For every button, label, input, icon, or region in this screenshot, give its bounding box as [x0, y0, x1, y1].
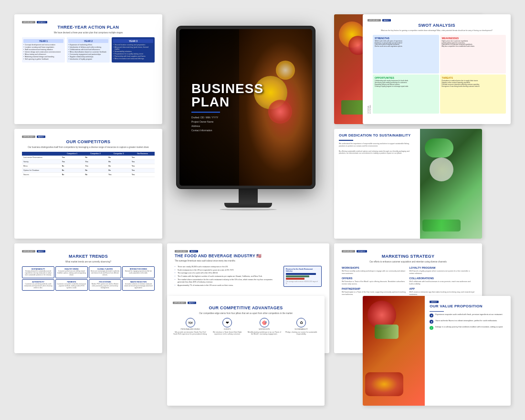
adv-label-workshops: WORKSHOPS: [259, 328, 270, 330]
industry-subtitle: The average American eats sushi about on…: [175, 260, 322, 262]
year3-col: YEAR 3 Second location scouting and prep…: [112, 37, 155, 63]
advantages-grid: 🍽 PERSONALIZED DINING We provide an inte…: [173, 318, 319, 335]
sustainability-text: OUR DEDICATION TO SUSTAINABILITY We unde…: [334, 129, 420, 239]
monitor-divider: [191, 112, 220, 113]
marketing-subtitle: Our efforts to enhance customer acquisit…: [342, 261, 474, 263]
industry-tag2: MARKET: [189, 250, 199, 252]
y3-item1: Second location scouting and preparation: [113, 44, 153, 46]
y3-item6: Menu innovation and seasonal offerings: [113, 58, 153, 60]
monitor-neck: [239, 189, 258, 203]
trend-pos: POS SYSTEMS Modern POS systems are vital…: [89, 279, 121, 291]
y3-item2: Advanced data matching (peak times, them…: [113, 46, 153, 50]
trend-text-7: Modern POS systems are vital for efficie…: [90, 284, 120, 289]
marketing-text-app: We'll create an interactive app that mak…: [410, 291, 475, 295]
vp-icon3: ✓: [430, 326, 433, 330]
sustainability-title: OUR DEDICATION TO SUSTAINABILITY: [339, 134, 415, 137]
vp-divider: [430, 311, 444, 312]
trends-tag2: MARKET: [37, 250, 46, 252]
y1-item6: Marketing material design and branding: [23, 56, 63, 58]
sustainability-divider: [339, 140, 353, 141]
revenue-note: The average sushi revenue of $XXX,XXX ta…: [286, 281, 319, 284]
industry-stats: There are nearly 20,000 sushi restaurant…: [175, 266, 279, 288]
competitors-table: Competitor 1 Competitor 2 Competitor 3 O…: [22, 152, 155, 177]
industry-stat2: Sushi restaurants in the US are expected…: [175, 269, 279, 272]
col-category: [22, 152, 61, 156]
adv-desc-dining: We provide an interactive Studio Tea Che…: [173, 331, 208, 335]
revenue-box: Revenue for the Sushi Restaurant Industr…: [284, 266, 322, 287]
value-prop-text: MARKET OUR VALUE PROPOSITION ★ Experienc…: [425, 296, 511, 406]
marketing-grid: WORKSHOPS We'll host monthly sushi-makin…: [342, 266, 474, 295]
slide-swot: OPPORTUNITY MARKET SWOT ANALYSIS What ar…: [363, 14, 511, 124]
adv-desc-events: We introduce a Taste Quest Date Night ex…: [210, 331, 245, 335]
y2-item1: Expansion of marketing efforts: [68, 44, 108, 46]
row4-cat: Options for Omakase: [22, 168, 61, 173]
marketing-tag1: OPPORTUNITY: [342, 250, 355, 252]
row1-c2: No: [84, 156, 107, 160]
trend-text-1: Growing demand for sustainably sourced i…: [23, 271, 53, 276]
marketing-text-partner: We'll participate in a 'Taste of the Cit…: [342, 291, 407, 295]
adv-title: OUR COMPETITIVE ADVANTAGES: [173, 305, 319, 311]
row4-c3: No: [107, 168, 130, 173]
row5-cat: Sauces: [22, 173, 61, 177]
swot-weaknesses-text: Higher prices due to premium ingredients…: [442, 41, 504, 48]
swot-tag2: MARKET: [382, 19, 391, 21]
sust-img3: [422, 220, 461, 231]
swot-opps-text: Collaborating with nearby businesses for…: [375, 80, 437, 88]
row4-c1: No: [61, 168, 84, 173]
trends-title: MARKET TRENDS: [22, 254, 155, 259]
industry-stat1: There are nearly 20,000 sushi restaurant…: [175, 266, 279, 268]
marketing-tag2: STRATEGY: [357, 250, 367, 252]
trends-tag-row: OPPORTUNITY MARKET: [22, 250, 155, 252]
slide-value-prop: MARKET OUR VALUE PROPOSITION ★ Experienc…: [363, 296, 511, 406]
swot-threats-title: THREATS: [442, 76, 504, 79]
slide-competitive-advantages: OPPORTUNITY MARKET OUR COMPETITIVE ADVAN…: [167, 296, 325, 406]
adv-label-dining: PERSONALIZED DINING: [181, 328, 200, 330]
adv-tag-row: OPPORTUNITY MARKET: [173, 302, 319, 304]
sushi-roll-2: [268, 100, 292, 124]
col-c3: Competitor 3: [107, 152, 130, 156]
industry-title: THE FOOD AND BEVERAGE INDUSTRY 🇺🇸: [175, 254, 322, 258]
row2-c3: No: [107, 160, 130, 164]
trend-healthy: HEALTHY DINING Consumer preferences are …: [55, 266, 88, 278]
industry-content: There are nearly 20,000 sushi restaurant…: [175, 266, 322, 288]
vp-item1: ★ Experience exquisite sushi crafted wit…: [430, 314, 506, 317]
monitor-screen-outer: BUSINESS PLAN Drafted: DD / MM / YYYY Pr…: [177, 26, 315, 189]
vp-img3: [365, 372, 403, 396]
table-row: Variety Yes Yes No Yes: [22, 160, 155, 164]
monitor-base: [224, 203, 272, 208]
trends-tag1: OPPORTUNITY: [22, 250, 35, 252]
action-plan-grid: YEAR 1 Concept development and menu crea…: [22, 37, 155, 63]
competitors-tag-row: OPPORTUNITY MARKET: [22, 136, 155, 138]
marketing-title-loyalty: LOYALTY PROGRAM: [410, 266, 475, 269]
swot-title: SWOT ANALYSIS: [368, 23, 506, 28]
y2-item3: Collaborations with local food influence…: [68, 49, 108, 51]
row3-us: Yes: [130, 164, 155, 168]
value-prop-image: [363, 296, 425, 406]
vp-tag-row: MARKET: [430, 301, 506, 303]
row5-c3: Yes: [107, 173, 130, 177]
vp-item3: ✓ Indulge in a culinary journey that com…: [430, 326, 506, 330]
trend-text-2: Consumer preferences are shifting toward…: [57, 271, 86, 276]
row1-us: Yes: [130, 156, 155, 160]
monitor: BUSINESS PLAN Drafted: DD / MM / YYYY Pr…: [177, 26, 320, 227]
monitor-project: Project Owner Name: [191, 120, 263, 124]
row3-c3: No: [107, 164, 130, 168]
vp-title: OUR VALUE PROPOSITION: [430, 304, 506, 309]
adv-icon-dining: 🍽: [186, 318, 195, 327]
swot-opportunities: OPPORTUNITIES Collaborating with nearby …: [373, 74, 439, 114]
tag-opportunity: OPPORTUNITY: [22, 21, 35, 23]
trend-payments: PAYMENTS Customers now prefer contactles…: [55, 279, 88, 291]
trend-text-8: Innovative solutions to minimize restaur…: [124, 284, 153, 289]
y2-item6: Supplier relationship workshops: [68, 56, 108, 58]
marketing-item-loyalty: LOYALTY PROGRAM We'll launch a loyalty p…: [410, 266, 475, 274]
adv-icon-sust: ♻: [296, 318, 306, 327]
sustainability-image: [420, 129, 482, 239]
monitor-screen: BUSINESS PLAN Drafted: DD / MM / YYYY Pr…: [179, 29, 312, 186]
competitors-title: OUR COMPETITORS: [22, 139, 155, 145]
y1-item2: Location scouting and lease negotiation: [23, 46, 63, 48]
adv-icon-events: ❤: [222, 318, 232, 327]
y3-item4: Preparations for a quality tasting event: [113, 53, 153, 55]
y1-item1: Concept development and menu creation: [23, 44, 63, 46]
bar3: [286, 278, 304, 280]
trend-text-4: Demand for engaging experiences like liv…: [124, 271, 153, 274]
